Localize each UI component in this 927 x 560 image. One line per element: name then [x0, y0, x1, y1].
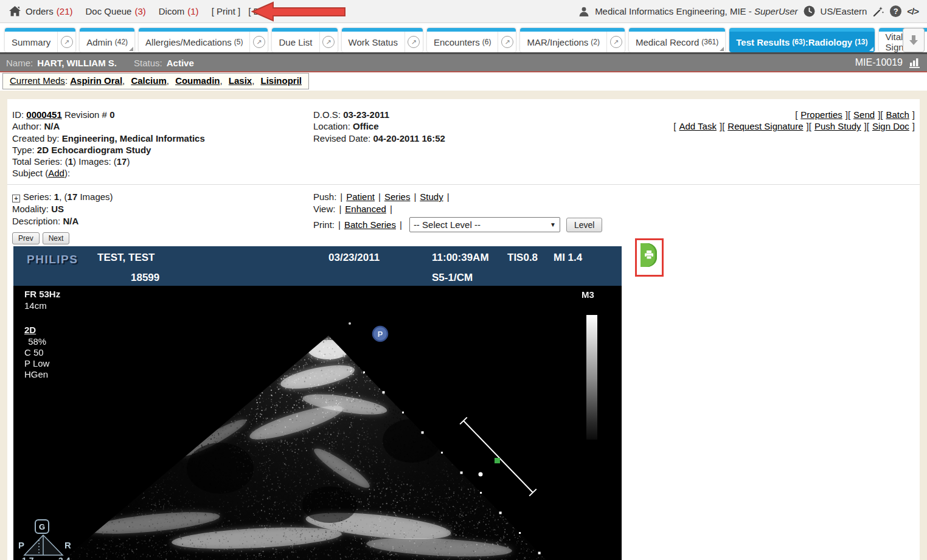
us-probe: S5-1/CM: [432, 272, 473, 284]
chart-tab-bar: Summary ↗ Admin(42) Allergies/Medication…: [0, 23, 927, 52]
orientation-r: R: [64, 540, 71, 550]
tab-mar-injections[interactable]: MAR/Injections(2) ↗: [520, 28, 625, 52]
wand-icon[interactable]: [872, 5, 884, 18]
toolbar-item-orders[interactable]: Orders (21): [26, 6, 73, 16]
current-meds-link[interactable]: Current Meds: [10, 75, 65, 86]
tab-due-list[interactable]: Due List ↗: [272, 28, 337, 52]
doc-type-value: 2D Echocardiogram Study: [37, 145, 151, 155]
popout-icon[interactable]: ↗: [319, 32, 338, 52]
dicom-count: (1): [187, 6, 198, 16]
tab-admin[interactable]: Admin(42): [80, 28, 134, 52]
med-link[interactable]: Coumadin: [175, 75, 220, 86]
orientation-glyph: G P R 17 34: [18, 520, 73, 560]
burn-link[interactable]: [ Burn ]: [248, 6, 277, 16]
image-actions: Push:|Patient|Series|Study| View:|Enhanc…: [313, 191, 602, 232]
level-button[interactable]: Level: [566, 218, 602, 232]
document-id-link[interactable]: 0000451: [26, 109, 61, 120]
philips-logo: PHILIPS: [27, 253, 78, 266]
properties-link[interactable]: Properties: [800, 109, 842, 120]
caliper-point-green: [495, 458, 500, 463]
timezone-selector[interactable]: US/Eastern: [821, 6, 867, 16]
tab-fold: [869, 47, 873, 51]
popout-icon[interactable]: ↗: [404, 32, 423, 52]
toolbar-item-dicom[interactable]: Dicom (1): [159, 6, 199, 16]
med-link[interactable]: Aspirin Oral: [70, 75, 122, 86]
med-link[interactable]: Calcium: [131, 75, 166, 86]
code-icon[interactable]: </>: [907, 6, 918, 16]
request-signature-link[interactable]: Request Signature: [727, 121, 803, 131]
popout-icon[interactable]: ↗: [249, 32, 268, 52]
subject-add-link[interactable]: Add: [48, 168, 64, 178]
tab-fold: [720, 47, 724, 51]
next-button[interactable]: Next: [43, 232, 70, 244]
down-arrow-icon: [908, 34, 920, 46]
measurement-caliper: [460, 417, 536, 496]
sign-doc-link[interactable]: Sign Doc: [872, 121, 909, 131]
probe-marker-letter: P: [378, 330, 383, 339]
ultrasound-header: PHILIPS TEST, TEST 03/23/2011 11:00:39AM…: [13, 246, 622, 286]
tab-overflow-button[interactable]: [903, 28, 925, 52]
tab-summary[interactable]: Summary ↗: [5, 28, 75, 52]
chart-id: MIE-10019: [855, 57, 903, 68]
user-role: SuperUser: [754, 6, 798, 16]
current-meds-row: Current Meds: Aspirin Oral, Calcium, Cou…: [0, 71, 927, 91]
location-value: Office: [353, 121, 379, 131]
med-link[interactable]: Lisinopril: [261, 75, 302, 86]
ultrasound-body[interactable]: FR 53Hz 14cm 2D 58% C 50 P Low HGen M3 P: [13, 286, 622, 560]
actions-row-2: [Add Task][Request Signature][Push Study…: [673, 120, 915, 132]
ultrasound-image[interactable]: PHILIPS TEST, TEST 03/23/2011 11:00:39AM…: [13, 246, 622, 560]
batch-series-link[interactable]: Batch Series: [344, 219, 396, 231]
print-link[interactable]: [ Print ]: [212, 6, 241, 16]
doc-queue-count: (3): [134, 6, 145, 16]
user-icon: [578, 6, 589, 17]
orientation-num-right: 34: [58, 556, 73, 560]
us-patient-name: TEST, TEST: [97, 252, 154, 264]
toolbar-item-doc-queue[interactable]: Doc Queue (3): [86, 6, 146, 16]
document-info-middle: D.O.S: 03-23-2011 Location: Office Revis…: [313, 109, 445, 144]
med-link[interactable]: Lasix: [229, 75, 252, 86]
tab-test-results-radiology[interactable]: Test Results(63):Radiology(13): [729, 28, 874, 52]
tab-work-status[interactable]: Work Status ↗: [342, 28, 423, 52]
batch-link[interactable]: Batch: [886, 109, 909, 120]
patient-status: Active: [167, 58, 194, 68]
tab-allergies-medications[interactable]: Allergies/Medications(5) ↗: [139, 28, 268, 52]
clock-icon: [804, 5, 815, 17]
description-value: N/A: [63, 216, 78, 226]
view-row: View:|Enhanced|: [313, 203, 602, 215]
push-series-link[interactable]: Series: [384, 192, 411, 202]
view-enhanced-link[interactable]: Enhanced: [345, 204, 386, 214]
help-icon[interactable]: ?: [890, 5, 901, 17]
send-link[interactable]: Send: [853, 109, 875, 120]
document-info-left: ID: 0000451 Revision # 0 Author: N/A Cre…: [12, 109, 205, 179]
flowsheet-chart-icon[interactable]: [909, 57, 921, 68]
revised-date-value: 04-20-2011 16:52: [373, 133, 445, 143]
prev-button[interactable]: Prev: [12, 232, 40, 244]
add-task-link[interactable]: Add Task: [679, 121, 717, 131]
push-study-link[interactable]: Push Study: [814, 121, 861, 131]
tab-encounters[interactable]: Encounters(6) ↗: [427, 28, 516, 52]
tab-medical-record[interactable]: Medical Record(361): [629, 28, 725, 52]
actions-row-1: [Properties][Send][Batch]: [673, 109, 915, 120]
background-band: [0, 91, 927, 99]
home-icon[interactable]: [9, 5, 21, 17]
patient-header-bar: Name: HART, WILLIAM S. Status: Active MI…: [0, 54, 927, 71]
us-time: 11:00:39AM: [432, 252, 489, 264]
popout-icon[interactable]: ↗: [57, 32, 75, 52]
push-study-image-link[interactable]: Study: [420, 192, 443, 202]
us-mi: MI 1.4: [554, 252, 582, 264]
expand-icon[interactable]: +: [12, 195, 20, 202]
print-icon[interactable]: [641, 243, 657, 267]
push-patient-link[interactable]: Patient: [346, 192, 375, 202]
popout-icon[interactable]: ↗: [498, 32, 516, 52]
us-date: 03/23/2011: [328, 252, 380, 264]
level-select[interactable]: -- Select Level --▼: [409, 217, 560, 232]
echo-overlay: P G P R 17: [13, 286, 622, 560]
top-toolbar: Orders (21) Doc Queue (3) Dicom (1) [ Pr…: [0, 0, 927, 23]
annotation-red-box: [635, 238, 664, 277]
chevron-down-icon: ▼: [550, 219, 556, 231]
user-menu[interactable]: Medical Informatics Engineering, MIE - S…: [595, 6, 797, 16]
author-value: N/A: [44, 121, 60, 131]
orientation-num-left: 17: [22, 556, 36, 560]
popout-icon[interactable]: ↗: [606, 32, 625, 52]
section-divider: [7, 184, 920, 185]
